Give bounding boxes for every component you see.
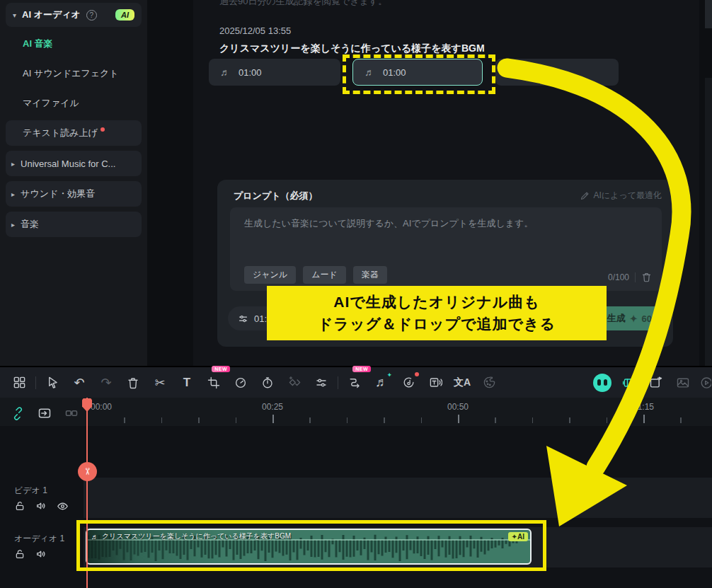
- trash-icon[interactable]: [641, 272, 652, 282]
- playhead-cut-badge[interactable]: ✂: [78, 462, 97, 481]
- crop-icon[interactable]: NEW: [200, 370, 227, 396]
- speed-icon[interactable]: [227, 370, 254, 396]
- ai-voice-icon[interactable]: [395, 370, 422, 396]
- mute-speaker-icon[interactable]: [35, 548, 47, 560]
- sidebar-group-ai-audio[interactable]: ▾ AI オーディオ ? AI: [6, 3, 142, 27]
- tag-instrument-button[interactable]: 楽器: [353, 266, 387, 284]
- sidebar-item-music[interactable]: ▸ 音楽: [6, 212, 142, 237]
- generation-title: クリスマスツリーを楽しそうに作っている様子を表すBGM: [219, 42, 485, 55]
- video-track-name: ビデオ 1: [14, 485, 47, 497]
- char-counter: 0/100: [608, 272, 629, 282]
- help-icon[interactable]: ?: [86, 10, 97, 21]
- generate-button[interactable]: 生成 ✦ 60: [597, 306, 662, 330]
- prompt-placeholder: 生成したい音楽について説明するか、AIでプロンプトを生成します。: [244, 217, 533, 230]
- render-preview-icon[interactable]: [696, 370, 712, 396]
- sidebar-item-sound-effects[interactable]: ▸ サウンド・効果音: [6, 181, 142, 207]
- generated-clip-1[interactable]: ♬ 01:00: [209, 59, 340, 86]
- split-scissors-icon[interactable]: ✂: [147, 370, 173, 396]
- ai-paint-icon[interactable]: [476, 370, 503, 396]
- snapshot-icon[interactable]: [670, 370, 696, 396]
- ai-music-icon[interactable]: ✦ ♬: [368, 370, 395, 396]
- eye-icon[interactable]: [57, 500, 69, 512]
- divider: [338, 376, 338, 389]
- right-panel-edge: [705, 78, 712, 366]
- scene-detection-icon[interactable]: [616, 370, 643, 396]
- sidebar-item-ai-music[interactable]: AI 音楽: [0, 31, 147, 57]
- filmora-window: ▾ AI オーディオ ? AI AI 音楽 AI サウンドエフェクト マイファイ…: [0, 0, 712, 588]
- music-note-icon: ♬: [220, 67, 230, 78]
- caret-right-icon: ▸: [11, 190, 15, 198]
- sidebar-item-universal-music[interactable]: ▸ Universal Music for C...: [6, 151, 142, 176]
- generation-timestamp: 2025/12/05 13:55: [219, 25, 291, 36]
- annotation-clip-highlight: [76, 520, 546, 571]
- ruler-label: 01:15: [633, 402, 654, 412]
- auto-ripple-icon[interactable]: [31, 400, 58, 426]
- history-note: 過去90日分の生成記録を閲覧できます。: [219, 0, 387, 8]
- caret-down-icon: ▾: [13, 11, 16, 19]
- adjust-icon[interactable]: [308, 370, 335, 396]
- mute-speaker-icon[interactable]: [35, 500, 47, 512]
- audio-stretch-icon[interactable]: NEW: [341, 370, 368, 396]
- divider: [635, 272, 636, 282]
- undo-icon[interactable]: ↶: [66, 370, 93, 396]
- right-panel-edge: [705, 0, 712, 28]
- sidebar-group-label: AI オーディオ: [22, 8, 81, 21]
- generated-clip-3[interactable]: ♬ 01:00: [495, 59, 619, 86]
- ruler-label: 00:25: [262, 402, 283, 412]
- sliders-icon: [238, 313, 248, 324]
- lock-icon[interactable]: [14, 548, 25, 560]
- ruler-ticks[interactable]: [87, 415, 710, 423]
- lock-icon[interactable]: [14, 500, 25, 512]
- annotation-dotted-box: [343, 54, 495, 94]
- ai-audio-sidebar: ▾ AI オーディオ ? AI AI 音楽 AI サウンドエフェクト マイファイ…: [0, 0, 147, 366]
- text-to-speech-icon[interactable]: [422, 370, 449, 396]
- sparkle-icon: ✦: [630, 313, 638, 324]
- sidebar-item-text-to-speech[interactable]: テキスト読み上げ: [6, 120, 142, 146]
- music-note-icon: ♬: [507, 67, 517, 78]
- ruler-label: 00:00: [91, 402, 112, 412]
- pencil-ai-icon: [580, 190, 590, 201]
- sidebar-item-ai-sound-effect[interactable]: AI サウンドエフェクト: [0, 61, 147, 86]
- track-magnet-icon[interactable]: [58, 400, 85, 426]
- audio-track-name: オーディオ 1: [14, 533, 64, 545]
- timeline-toolbar: ↶ ↷ ✂ T NEW NEW ✦ ♬: [0, 366, 712, 398]
- prompt-label: プロンプト（必須）: [234, 190, 318, 202]
- video-track-lane[interactable]: [84, 478, 712, 518]
- timeline-ruler-bar: 00:00 00:25 00:50 01:15: [0, 398, 712, 426]
- tag-genre-button[interactable]: ジャンル: [244, 266, 296, 284]
- callout-line-1: AIで生成したオリジナル曲も: [333, 292, 539, 312]
- ai-badge: AI: [115, 9, 134, 21]
- sparkle-icon: ✦: [386, 371, 392, 379]
- divider: [35, 376, 36, 389]
- notification-dot: [415, 372, 419, 376]
- callout-line-2: ドラッグ＆ドロップで追加できる: [318, 314, 556, 334]
- sidebar-item-my-files[interactable]: マイファイル: [0, 91, 147, 116]
- keyframe-icon[interactable]: [281, 370, 308, 396]
- notification-dot: [101, 127, 105, 132]
- ruler-label: 00:50: [447, 402, 469, 412]
- optimize-with-ai-button[interactable]: AIによって最適化: [580, 190, 662, 202]
- translate-icon[interactable]: 文A: [449, 370, 476, 396]
- annotation-callout: AIで生成したオリジナル曲も ドラッグ＆ドロップで追加できる: [267, 286, 607, 340]
- link-clips-icon[interactable]: [4, 400, 31, 426]
- scissors-icon: ✂: [82, 468, 93, 475]
- tag-mood-button[interactable]: ムード: [303, 266, 346, 284]
- media-grid-icon[interactable]: [6, 370, 33, 396]
- caret-right-icon: ▸: [11, 160, 15, 168]
- timer-icon[interactable]: [254, 370, 281, 396]
- select-cursor-icon[interactable]: [39, 370, 66, 396]
- prompt-textarea[interactable]: 生成したい音楽について説明するか、AIでプロンプトを生成します。 ジャンル ムー…: [230, 207, 662, 291]
- delete-icon[interactable]: [120, 370, 147, 396]
- redo-icon[interactable]: ↷: [93, 370, 120, 396]
- ai-copilot-icon[interactable]: [589, 370, 616, 396]
- export-clip-icon[interactable]: [643, 370, 670, 396]
- caret-right-icon: ▸: [11, 221, 15, 229]
- text-tool-icon[interactable]: T: [173, 370, 200, 396]
- credit-cost: 60: [642, 313, 652, 324]
